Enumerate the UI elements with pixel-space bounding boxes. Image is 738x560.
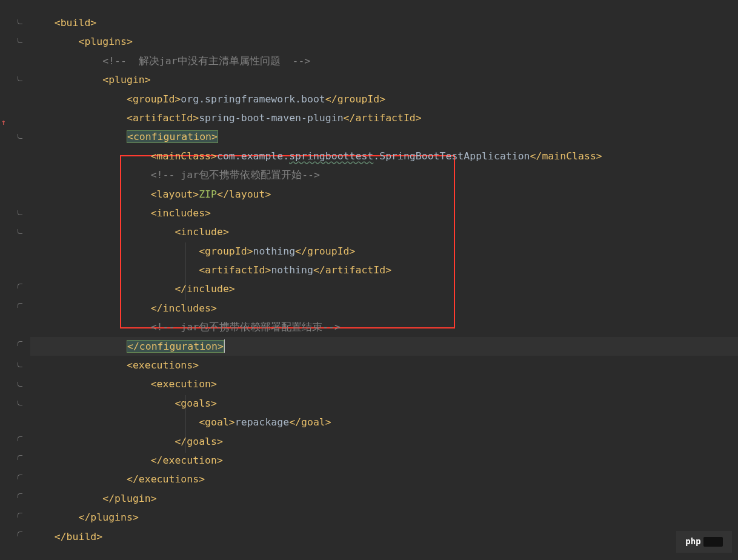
code-line-current[interactable]: </configuration> — [30, 337, 738, 356]
code-line[interactable]: <groupId>org.springframework.boot</group… — [30, 90, 738, 108]
code-line[interactable]: <!-- jar包不携带依赖配置开始--> — [30, 165, 738, 184]
code-line[interactable]: <configuration> — [30, 127, 738, 146]
code-line[interactable]: <goal>repackage</goal> — [30, 413, 738, 432]
code-editor[interactable]: ↑ <build> <plugins> <!-- 解决jar中没有主清单属性问 — [0, 0, 738, 560]
code-line[interactable]: <artifactId>nothing</artifactId> — [30, 261, 738, 279]
code-line[interactable]: <execution> — [30, 375, 738, 393]
code-line[interactable]: </goals> — [30, 432, 738, 451]
code-line[interactable]: </build> — [30, 527, 738, 546]
code-line[interactable]: <!-- jar包不携带依赖部署配置结束--> — [30, 318, 738, 336]
code-line[interactable]: <plugin> — [30, 70, 738, 89]
code-line[interactable]: <includes> — [30, 204, 738, 222]
code-line[interactable]: </include> — [30, 279, 738, 298]
code-line[interactable]: <executions> — [30, 356, 738, 375]
text-caret — [224, 339, 225, 353]
code-line[interactable]: <include> — [30, 222, 738, 241]
code-line[interactable]: <mainClass>com.example.springboottest.Sp… — [30, 147, 738, 165]
code-line[interactable]: <groupId>nothing</groupId> — [30, 242, 738, 261]
code-line[interactable]: <!-- 解决jar中没有主清单属性问题 --> — [30, 52, 738, 70]
override-up-icon[interactable]: ↑ — [1, 113, 6, 132]
code-area[interactable]: <build> <plugins> <!-- 解决jar中没有主清单属性问题 -… — [30, 0, 738, 560]
code-line[interactable]: </includes> — [30, 299, 738, 318]
watermark-label: php — [685, 532, 700, 551]
gutter: ↑ — [0, 0, 30, 560]
code-line[interactable]: </execution> — [30, 451, 738, 470]
code-line[interactable]: </executions> — [30, 470, 738, 488]
code-line[interactable]: <plugins> — [30, 32, 738, 51]
code-line[interactable]: </plugin> — [30, 489, 738, 508]
code-line[interactable]: <goals> — [30, 394, 738, 413]
code-line[interactable]: <artifactId>spring-boot-maven-plugin</ar… — [30, 108, 738, 127]
code-line[interactable]: <layout>ZIP</layout> — [30, 185, 738, 204]
watermark-icon — [703, 537, 723, 547]
code-line[interactable]: </plugins> — [30, 508, 738, 527]
watermark-badge: php — [676, 531, 732, 553]
code-line[interactable]: <build> — [30, 13, 738, 32]
